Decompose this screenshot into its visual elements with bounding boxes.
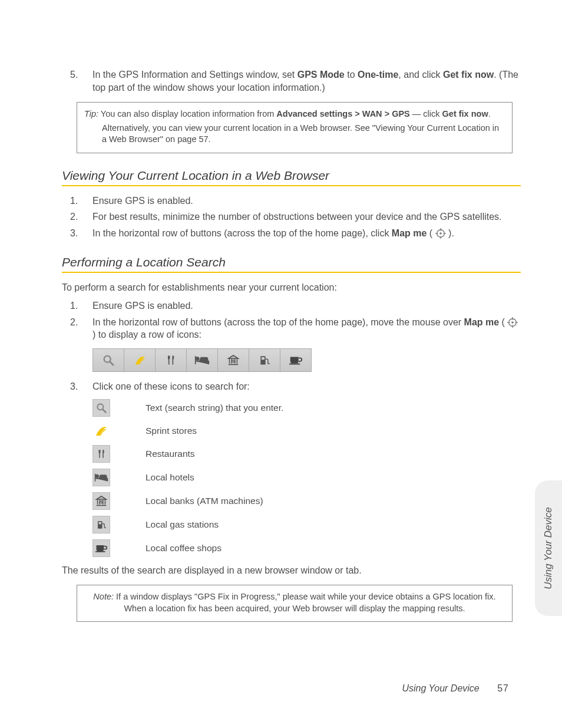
list-number: 1. [70, 299, 92, 312]
icon-desc: Local coffee shops [146, 543, 222, 554]
ordered-list-b: 1. Ensure GPS is enabled. 2. In the hori… [62, 299, 521, 341]
list-text: Click one of these icons to search for: [92, 380, 521, 393]
heading-viewing-location: Viewing Your Current Location in a Web B… [62, 169, 521, 183]
icon-desc: Text (search string) that you enter. [146, 403, 283, 413]
icon-desc: Local banks (ATM machines) [146, 496, 263, 506]
bank-icon: $ [92, 492, 110, 510]
footer-page-number: 57 [497, 683, 509, 693]
side-tab-label: Using Your Device [543, 507, 554, 589]
svg-text:$: $ [232, 358, 234, 364]
list-number: 3. [70, 380, 92, 393]
list-item-a2: 2. For best results, minimize the number… [62, 210, 521, 223]
svg-line-19 [103, 409, 106, 412]
svg-line-13 [110, 362, 114, 365]
list-item-a3: 3. In the horizontal row of buttons (acr… [62, 227, 521, 240]
bed-icon [194, 354, 210, 366]
text: to [345, 70, 358, 80]
text: In the GPS Information and Settings wind… [92, 70, 297, 80]
text: , and click [398, 70, 443, 80]
list-item-a1: 1. Ensure GPS is enabled. [62, 195, 521, 207]
list-item-5: 5. In the GPS Information and Settings w… [62, 68, 521, 94]
bold-text: Get fix now [442, 109, 488, 118]
coffee-cup-icon [92, 539, 110, 557]
document-page: 5. In the GPS Information and Settings w… [0, 0, 562, 728]
list-text: Ensure GPS is enabled. [92, 195, 521, 207]
bold-text: GPS [392, 109, 410, 118]
list-item-b3: 3. Click one of these icons to search fo… [62, 380, 521, 393]
text: . [488, 109, 491, 118]
note-text: If a window displays "GPS Fix in Progres… [114, 592, 496, 613]
list-number: 1. [70, 195, 92, 207]
toolbar-restaurant-cell [156, 349, 187, 371]
sprint-icon [133, 354, 147, 367]
divider [62, 185, 521, 186]
fork-knife-icon [165, 354, 177, 367]
text: — click [410, 109, 442, 118]
toolbar-bank-cell: $ [218, 349, 249, 371]
toolbar-sprint-cell [124, 349, 156, 371]
divider [62, 272, 521, 273]
sprint-icon [92, 423, 109, 439]
toolbar-coffee-cell [280, 349, 311, 371]
icon-row-sprint: Sprint stores [92, 423, 521, 439]
note-label: Note: [93, 592, 114, 601]
icon-desc: Restaurants [146, 449, 195, 459]
svg-text:$: $ [100, 499, 103, 504]
list-number: 5. [70, 68, 92, 94]
list-item-b2: 2. In the horizontal row of buttons (acr… [62, 316, 521, 341]
bold-text: Get fix now [443, 70, 494, 80]
ordered-list-continuation: 5. In the GPS Information and Settings w… [62, 68, 521, 94]
text: ). [446, 228, 454, 238]
bed-icon [92, 469, 110, 486]
svg-rect-17 [289, 364, 300, 365]
bold-text: Map me [392, 228, 427, 238]
gas-pump-icon [92, 516, 110, 533]
bold-text: WAN [362, 109, 382, 118]
list-number: 2. [70, 316, 92, 341]
crosshair-icon [507, 317, 518, 328]
icon-row-bank: $ Local banks (ATM machines) [92, 492, 521, 510]
results-paragraph: The results of the search are displayed … [62, 564, 521, 577]
ordered-list-b-cont: 3. Click one of these icons to search fo… [62, 380, 521, 393]
text: ) to display a row of icons: [92, 330, 201, 340]
separator: > [352, 109, 362, 118]
icon-toolbar: $ [92, 348, 312, 372]
text: ( [499, 317, 507, 327]
intro-paragraph: To perform a search for establishments n… [62, 281, 521, 294]
svg-rect-16 [262, 357, 265, 360]
coffee-cup-icon [289, 354, 303, 366]
list-item-b1: 1. Ensure GPS is enabled. [62, 299, 521, 312]
svg-rect-22 [99, 522, 102, 524]
ordered-list-a: 1. Ensure GPS is enabled. 2. For best re… [62, 195, 521, 240]
icon-desc: Local gas stations [146, 519, 219, 530]
icon-row-hotel: Local hotels [92, 469, 521, 486]
icon-desc: Sprint stores [146, 426, 197, 436]
icon-desc: Local hotels [146, 472, 194, 483]
magnifier-icon [92, 399, 110, 417]
magnifier-icon [102, 354, 115, 367]
side-tab: Using Your Device [535, 480, 562, 616]
list-text: In the GPS Information and Settings wind… [92, 68, 521, 94]
heading-location-search: Performing a Location Search [62, 255, 521, 269]
bank-icon: $ [227, 354, 240, 367]
svg-point-1 [439, 232, 442, 235]
tip-line2: Alternatively, you can view your current… [84, 123, 505, 146]
fork-knife-icon [92, 445, 110, 463]
svg-point-7 [512, 321, 514, 324]
list-number: 3. [70, 227, 92, 240]
tip-box: Tip: You can also display location infor… [77, 102, 513, 153]
footer-title: Using Your Device [402, 683, 479, 693]
list-text: For best results, minimize the number of… [92, 210, 521, 223]
list-text: Ensure GPS is enabled. [92, 299, 521, 312]
text: In the horizontal row of buttons (across… [92, 228, 392, 238]
bold-text: One-time [358, 70, 398, 80]
gas-pump-icon [259, 354, 270, 367]
icon-row-search: Text (search string) that you enter. [92, 399, 521, 417]
toolbar-gas-cell [249, 349, 280, 371]
text: ( [427, 228, 435, 238]
crosshair-icon [435, 228, 446, 239]
icon-row-restaurant: Restaurants [92, 445, 521, 463]
list-text: In the horizontal row of buttons (across… [92, 316, 521, 341]
icon-description-table: Text (search string) that you enter. Spr… [92, 399, 521, 557]
toolbar-search-cell [93, 349, 124, 371]
